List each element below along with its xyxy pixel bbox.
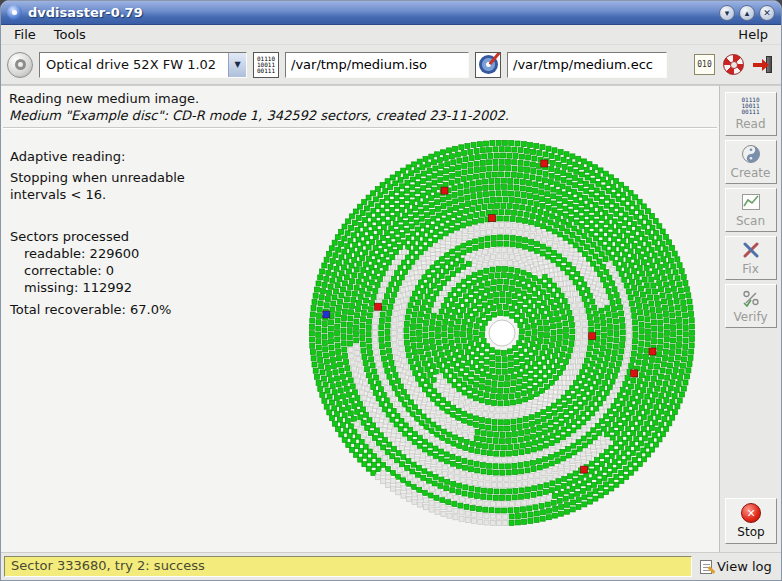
sectors-processed-title: Sectors processed bbox=[10, 228, 185, 245]
window-title: dvdisaster-0.79 bbox=[28, 5, 143, 20]
scan-chart-icon bbox=[741, 192, 761, 212]
stop-button[interactable]: ✕ Stop bbox=[725, 498, 777, 544]
arrow-head bbox=[762, 59, 769, 71]
main-area: Reading new medium image. Medium "Exampl… bbox=[1, 85, 719, 552]
stopping-line-2: intervals < 16. bbox=[10, 186, 185, 203]
verify-percent-icon bbox=[741, 288, 761, 308]
status-message: Sector 333680, try 2: success bbox=[4, 556, 692, 577]
medium-info-line: Medium "Example disc": CD-R mode 1, 3425… bbox=[9, 108, 509, 123]
log-page-icon bbox=[700, 560, 712, 574]
total-recoverable: Total recoverable: 67.0% bbox=[10, 301, 185, 318]
adaptive-reading-title: Adaptive reading: bbox=[10, 148, 185, 165]
binary-text-icon: 01110 10011 00111 bbox=[257, 56, 275, 74]
scan-button-label: Scan bbox=[736, 214, 765, 228]
disc-spiral-visualization bbox=[295, 126, 709, 540]
menu-file[interactable]: File bbox=[5, 26, 45, 43]
view-log-label: View log bbox=[717, 559, 772, 574]
stop-x-icon: ✕ bbox=[741, 503, 761, 523]
ecc-file-icon bbox=[475, 52, 501, 78]
create-button-label: Create bbox=[731, 166, 771, 180]
view-log-button[interactable]: View log bbox=[692, 559, 778, 574]
close-button[interactable]: ✕ bbox=[759, 5, 775, 21]
digits-icon[interactable]: 010 bbox=[694, 54, 715, 75]
stopping-line-1: Stopping when unreadable bbox=[10, 169, 185, 186]
verify-button[interactable]: Verify bbox=[725, 284, 777, 328]
window-controls: ▾ ▴ ✕ bbox=[719, 5, 775, 21]
create-button[interactable]: Create bbox=[725, 140, 777, 184]
yin-yang-icon bbox=[741, 144, 761, 164]
info-panel: Adaptive reading: Stopping when unreadab… bbox=[10, 148, 185, 318]
chevron-down-icon[interactable]: ▼ bbox=[228, 53, 246, 77]
read-button[interactable]: 01110 10011 00111 Read bbox=[725, 92, 777, 136]
app-icon[interactable] bbox=[7, 5, 22, 20]
scan-button[interactable]: Scan bbox=[725, 188, 777, 232]
read-binary-icon: 01110 10011 00111 bbox=[741, 97, 759, 115]
window: dvdisaster-0.79 ▾ ▴ ✕ File Tools Help Op… bbox=[0, 0, 782, 581]
minimize-button[interactable]: ▾ bbox=[719, 5, 735, 21]
menubar: File Tools Help bbox=[1, 25, 781, 45]
readable-count: readable: 229600 bbox=[10, 245, 185, 262]
drive-combobox[interactable]: Optical drive 52X FW 1.02 ▼ bbox=[39, 52, 247, 78]
statusbar: Sector 333680, try 2: success View log bbox=[1, 552, 781, 580]
ecc-path-input[interactable] bbox=[507, 52, 667, 78]
reading-status-line: Reading new medium image. bbox=[9, 91, 199, 106]
correctable-count: correctable: 0 bbox=[10, 262, 185, 279]
toolbar: Optical drive 52X FW 1.02 ▼ 01110 10011 … bbox=[1, 45, 781, 85]
stop-button-label: Stop bbox=[737, 525, 764, 539]
quit-icon[interactable] bbox=[752, 54, 773, 75]
drive-icon bbox=[7, 52, 33, 78]
iso-file-icon: 01110 10011 00111 bbox=[253, 52, 279, 78]
arrow-bar bbox=[753, 63, 762, 67]
help-lifebelt-icon[interactable] bbox=[723, 54, 744, 75]
menu-tools[interactable]: Tools bbox=[45, 26, 95, 43]
verify-button-label: Verify bbox=[733, 310, 767, 324]
drive-ring-icon bbox=[15, 59, 26, 70]
lifebelt-hole bbox=[730, 61, 738, 69]
fix-button-label: Fix bbox=[742, 262, 758, 276]
menu-help[interactable]: Help bbox=[729, 26, 777, 43]
drive-combobox-value: Optical drive 52X FW 1.02 bbox=[40, 53, 228, 77]
read-button-label: Read bbox=[735, 117, 765, 131]
titlebar: dvdisaster-0.79 ▾ ▴ ✕ bbox=[1, 1, 781, 25]
toolbar-right-group: 010 bbox=[694, 54, 775, 75]
maximize-button[interactable]: ▴ bbox=[739, 5, 755, 21]
fix-button[interactable]: Fix bbox=[725, 236, 777, 280]
action-sidebar: 01110 10011 00111 Read Create Scan bbox=[719, 85, 781, 552]
fix-tools-icon bbox=[741, 240, 761, 260]
iso-path-input[interactable] bbox=[285, 52, 469, 78]
missing-count: missing: 112992 bbox=[10, 279, 185, 296]
